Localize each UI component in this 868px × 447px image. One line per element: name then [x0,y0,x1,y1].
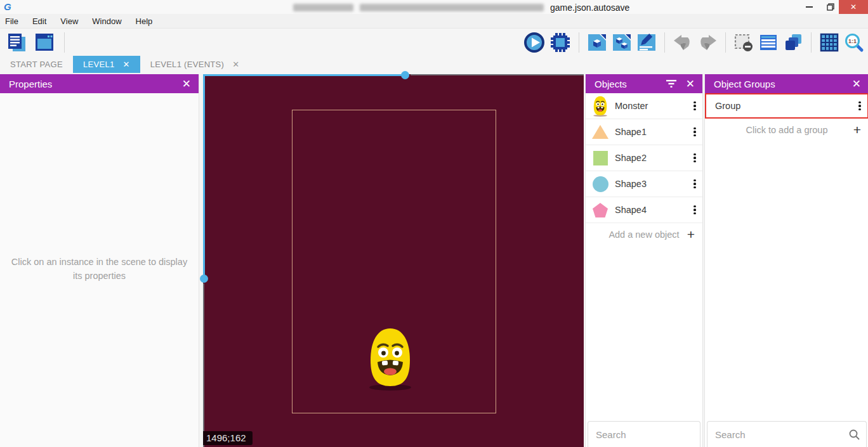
tab-level1[interactable]: LEVEL1 ✕ [73,56,140,73]
edit-scene-icon[interactable] [636,32,657,53]
object-menu-icon[interactable] [687,101,702,111]
objects-header: Objects ✕ [586,74,702,93]
plus-icon: + [687,227,695,242]
zoom-1-1-icon[interactable]: 1:1 [844,32,864,53]
layers-icon[interactable] [783,32,803,53]
object-menu-icon[interactable] [687,153,702,163]
object-row-shape2[interactable]: Shape2 [586,145,702,171]
properties-panel: Properties ✕ Click on an instance in the… [0,74,199,447]
menu-bar: File Edit View Window Help [0,14,868,29]
minimize-icon [806,6,813,8]
object-groups-panel: Object Groups ✕ Group Click to add a gro… [704,74,868,447]
close-panel-icon[interactable]: ✕ [686,79,695,89]
groups-search-input[interactable] [714,429,849,441]
objects-title: Objects [595,79,627,89]
toolbar-divider [725,32,726,53]
debug-icon[interactable] [549,32,571,53]
vertical-scrollbar[interactable] [203,74,205,279]
square-icon [586,151,615,165]
undo-icon[interactable] [673,33,693,52]
vertical-scrollbar-track[interactable] [203,283,204,447]
add-group-label: Click to add a group [746,125,828,135]
groups-search [707,421,867,447]
menu-window[interactable]: Window [85,14,128,28]
window-title: game.json.autosave [293,3,629,13]
project-manager-icon[interactable] [5,31,28,54]
menu-help[interactable]: Help [129,14,160,28]
toolbar-divider [664,32,665,53]
objects-list-icon[interactable] [758,32,779,53]
group-name: Group [706,101,852,111]
toolbar-divider [811,32,812,53]
object-row-monster[interactable]: Monster [586,93,702,119]
monster-sprite [366,327,414,391]
minimize-button[interactable] [798,0,820,14]
scene-canvas[interactable]: 1496;162 [203,74,584,447]
tab-close-icon[interactable]: ✕ [232,60,239,69]
horizontal-scrollbar-track[interactable] [411,74,584,75]
instances-icon[interactable] [612,32,632,53]
play-icon[interactable] [523,32,545,53]
properties-empty-message: Click on an instance in the scene to dis… [10,255,188,283]
close-icon: ✕ [850,3,857,11]
objects-search [588,421,700,447]
redo-icon[interactable] [697,33,718,52]
object-menu-icon[interactable] [687,205,702,215]
object-name: Shape1 [615,127,687,137]
close-panel-icon[interactable]: ✕ [182,79,191,89]
start-page-icon[interactable] [33,31,56,54]
object-groups-title: Object Groups [714,79,775,89]
search-icon [849,429,860,440]
tab-label: START PAGE [10,60,63,69]
add-object-button[interactable]: Add a new object + [586,223,702,246]
tab-close-icon[interactable]: ✕ [122,60,129,69]
close-button[interactable]: ✕ [839,0,868,14]
grid-icon[interactable] [819,32,839,53]
object-menu-icon[interactable] [687,179,702,189]
monster-instance[interactable] [366,327,414,391]
properties-title: Properties [9,79,52,89]
tab-label: LEVEL1 [83,60,115,69]
object-name: Shape4 [615,205,687,215]
window-title-text: game.json.autosave [550,3,629,13]
horizontal-scrollbar[interactable] [203,74,406,76]
object-groups-header: Object Groups ✕ [705,74,868,93]
group-menu-icon[interactable] [852,101,867,111]
toolbar: 1:1 [0,29,868,56]
circle-icon [586,176,615,192]
tab-level1-events[interactable]: LEVEL1 (EVENTS) ✕ [140,56,250,73]
filter-icon[interactable] [666,79,677,88]
deselect-icon[interactable] [733,32,754,53]
object-menu-icon[interactable] [687,127,702,137]
group-row[interactable]: Group [705,93,868,119]
plus-icon: + [853,122,861,138]
triangle-icon [586,124,615,139]
restore-button[interactable] [820,0,841,14]
close-panel-icon[interactable]: ✕ [852,79,861,89]
horizontal-scrollbar-handle[interactable] [401,71,409,79]
pentagon-icon [586,202,615,218]
menu-file[interactable]: File [0,14,25,28]
redacted-path-segment [360,4,544,11]
vertical-scrollbar-handle[interactable] [200,275,208,283]
objects-panel: Objects ✕ [585,74,703,447]
toolbar-divider [64,32,65,53]
tab-label: LEVEL1 (EVENTS) [150,60,225,69]
menu-view[interactable]: View [53,14,85,28]
monster-icon [586,96,615,117]
svg-text:1:1: 1:1 [848,38,857,44]
object-row-shape4[interactable]: Shape4 [586,197,702,223]
add-object-icon[interactable] [587,32,607,53]
object-name: Shape2 [615,153,687,163]
cursor-coordinates: 1496;162 [203,431,253,445]
redacted-path-segment [293,4,353,11]
properties-header: Properties ✕ [0,74,199,93]
tab-start-page[interactable]: START PAGE [0,56,73,73]
restore-icon [827,3,834,11]
add-group-button[interactable]: Click to add a group + [705,119,868,141]
object-name: Monster [615,101,687,111]
menu-edit[interactable]: Edit [25,14,53,28]
object-row-shape3[interactable]: Shape3 [586,171,702,197]
tab-bar: START PAGE LEVEL1 ✕ LEVEL1 (EVENTS) ✕ [0,56,868,73]
object-row-shape1[interactable]: Shape1 [586,119,702,145]
